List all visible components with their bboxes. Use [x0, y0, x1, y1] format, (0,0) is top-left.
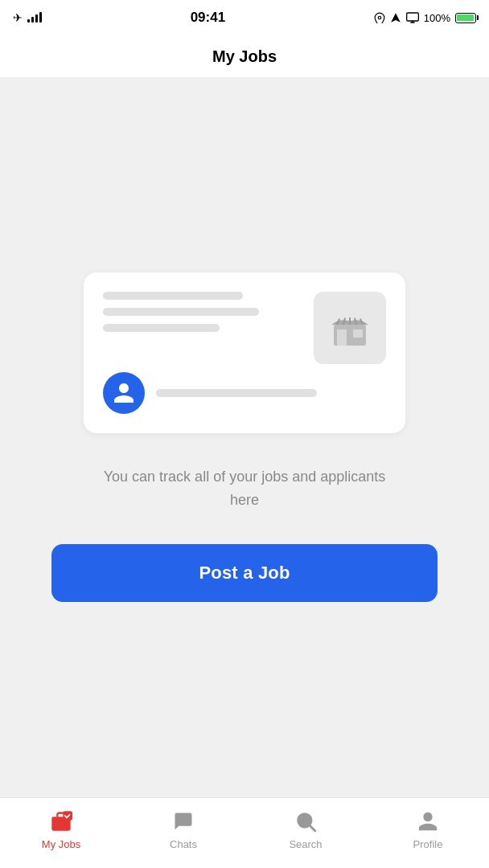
nav-item-my-jobs[interactable]: My Jobs	[0, 809, 122, 857]
avatar	[103, 372, 145, 414]
svg-rect-3	[337, 330, 347, 346]
person-silhouette-icon	[417, 810, 439, 833]
nav-item-profile[interactable]: Profile	[367, 809, 489, 857]
signal-bars	[27, 13, 42, 23]
svg-rect-1	[406, 13, 418, 21]
svg-point-0	[378, 16, 381, 19]
nav-label-chats: Chats	[170, 838, 197, 850]
location-icon	[374, 12, 385, 23]
my-jobs-icon	[49, 809, 73, 833]
nav-item-search[interactable]: Search	[244, 809, 367, 857]
svg-line-13	[310, 825, 314, 830]
navigation-icon	[390, 12, 401, 23]
search-icon	[294, 809, 318, 833]
illustration-card	[84, 272, 405, 433]
chats-icon	[171, 809, 195, 833]
person-icon	[112, 381, 136, 405]
battery-icon	[455, 13, 476, 23]
nav-label-my-jobs: My Jobs	[42, 838, 80, 850]
battery-percent: 100%	[424, 12, 450, 24]
magnifier-icon	[294, 810, 317, 833]
card-line-1	[103, 292, 243, 300]
nav-label-search: Search	[289, 838, 322, 850]
page-title: My Jobs	[212, 47, 277, 66]
nav-label-profile: Profile	[413, 838, 443, 850]
main-content: You can track all of your jobs and appli…	[0, 77, 489, 797]
status-time: 09:41	[191, 10, 225, 26]
page-header: My Jobs	[0, 35, 489, 77]
svg-rect-4	[353, 330, 363, 338]
nav-item-chats[interactable]: Chats	[122, 809, 244, 857]
briefcase-icon	[50, 810, 72, 833]
store-icon	[329, 307, 371, 349]
card-line-3	[103, 324, 220, 332]
status-right: 100%	[374, 12, 476, 24]
bottom-nav: My Jobs Chats Search Profile	[0, 797, 489, 868]
screen-icon	[406, 12, 419, 23]
status-bar: ✈ 09:41 100%	[0, 0, 489, 35]
store-icon-container	[314, 292, 386, 364]
profile-icon	[416, 809, 440, 833]
post-job-button[interactable]: Post a Job	[51, 544, 438, 602]
status-left: ✈	[13, 11, 42, 24]
chat-bubble-icon	[172, 810, 195, 833]
airplane-icon: ✈	[13, 11, 23, 24]
card-text-lines	[103, 292, 259, 332]
card-bottom	[103, 372, 386, 414]
card-line-2	[103, 308, 259, 316]
card-bottom-line	[156, 389, 317, 397]
description-text: You can track all of your jobs and appli…	[92, 465, 397, 512]
